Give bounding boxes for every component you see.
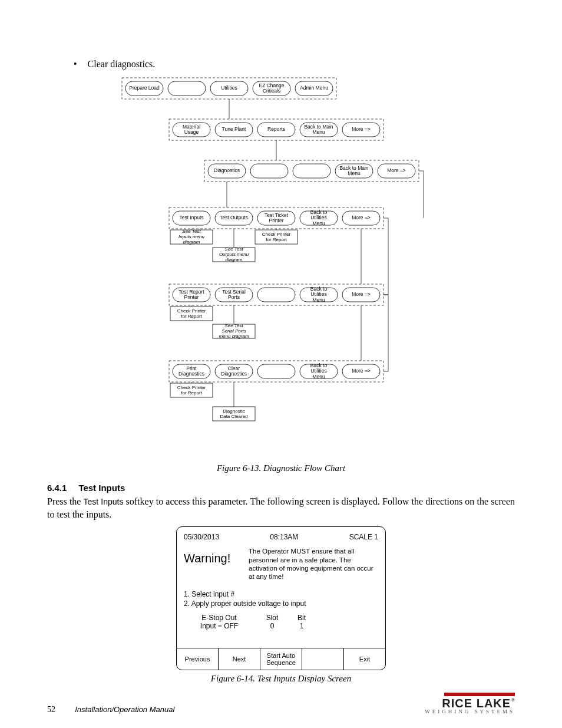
warning-label: Warning! (184, 545, 249, 581)
svg-text:Check Printer: Check Printer (262, 232, 291, 237)
svg-text:diagram: diagram (183, 239, 200, 245)
step-2: 2. Apply proper outside voltage to input (184, 599, 378, 609)
svg-text:Back to: Back to (310, 363, 328, 368)
svg-text:See Test: See Test (224, 323, 243, 328)
svg-text:Usage: Usage (184, 129, 199, 135)
input-state: Input = OFF (184, 622, 254, 630)
bit-value: 1 (290, 622, 313, 630)
section-body: Press the Test Inputs softkey to access … (47, 495, 515, 521)
svg-text:More =>: More => (352, 291, 371, 297)
figure-6-13-caption: Figure 6-13. Diagnostic Flow Chart (47, 463, 515, 473)
display-scale: SCALE 1 (349, 533, 378, 541)
svg-text:Printer: Printer (269, 218, 283, 223)
svg-text:Menu: Menu (348, 170, 361, 176)
display-time: 08:13AM (270, 533, 298, 541)
svg-text:menu diagram: menu diagram (219, 334, 249, 339)
section-heading-6-4-1: 6.4.1Test Inputs (47, 483, 515, 493)
svg-text:Material: Material (183, 124, 200, 130)
slot-value: 0 (254, 622, 290, 630)
display-date: 05/30/2013 (184, 533, 219, 541)
svg-text:Tune Plant: Tune Plant (222, 126, 246, 132)
softkey-row: Previous Next Start Auto Sequence Exit (177, 648, 385, 670)
page-number: 52 (47, 705, 55, 714)
svg-text:Diagnostics: Diagnostics (178, 371, 204, 377)
rice-lake-logo: RICE LAKE® WEIGHING SYSTEMS (425, 693, 515, 714)
svg-text:Utilities: Utilities (310, 215, 326, 220)
svg-text:Utilities: Utilities (221, 85, 237, 91)
svg-text:Criticals: Criticals (263, 88, 280, 94)
svg-text:Menu: Menu (312, 374, 325, 380)
svg-text:More =>: More => (352, 368, 371, 374)
svg-text:Outputs menu: Outputs menu (219, 252, 249, 257)
estop-label: E-Stop Out (184, 614, 254, 622)
svg-text:Test Report: Test Report (178, 289, 204, 295)
softkey-next[interactable]: Next (219, 648, 260, 670)
svg-text:for Report: for Report (181, 390, 202, 396)
svg-text:See Test: See Test (182, 229, 201, 234)
softkey-start-auto[interactable]: Start Auto Sequence (260, 648, 302, 670)
softkey-blank[interactable] (302, 648, 344, 670)
svg-text:Back to Main: Back to Main (304, 124, 333, 130)
svg-text:Menu: Menu (312, 297, 325, 303)
svg-text:Menu: Menu (312, 220, 325, 226)
figure-6-14-caption: Figure 6-14. Test Inputs Display Screen (47, 674, 515, 684)
svg-text:Utilities: Utilities (310, 291, 326, 297)
softkey-previous[interactable]: Previous (177, 648, 219, 670)
svg-text:Print: Print (186, 365, 197, 371)
svg-text:More =>: More => (352, 215, 371, 220)
svg-rect-28 (293, 164, 330, 178)
diagnostic-flow-chart: Prepare LoadUtilitiesEZ ChangeCriticalsA… (97, 77, 427, 460)
svg-text:Back to Main: Back to Main (339, 165, 368, 171)
manual-title: Installation/Operation Manual (75, 705, 174, 714)
svg-text:Test Outputs: Test Outputs (220, 215, 248, 220)
softkey-exit[interactable]: Exit (344, 648, 385, 670)
svg-text:diagram: diagram (226, 257, 243, 262)
svg-rect-69 (257, 288, 295, 302)
svg-text:Utilities: Utilities (310, 368, 326, 374)
warning-text: The Operator MUST ensure that all person… (249, 545, 378, 581)
slot-header: Slot (254, 614, 290, 622)
footer-left: 52 Installation/Operation Manual (47, 705, 174, 714)
svg-text:See Test: See Test (224, 246, 243, 252)
svg-text:Diagnostics: Diagnostics (221, 371, 247, 377)
bit-header: Bit (290, 614, 313, 622)
svg-text:Serial Ports: Serial Ports (222, 328, 246, 334)
svg-text:Clear: Clear (228, 365, 240, 371)
svg-text:More =>: More => (352, 126, 371, 132)
svg-text:Check Printer: Check Printer (177, 308, 206, 314)
svg-text:Reports: Reports (267, 126, 285, 132)
svg-rect-92 (257, 364, 295, 378)
bullet-clear-diagnostics: •Clear diagnostics. (74, 59, 515, 70)
svg-text:Check Printer: Check Printer (177, 385, 206, 390)
svg-text:Test Serial: Test Serial (222, 289, 246, 295)
svg-text:More =>: More => (387, 167, 406, 173)
svg-text:for Report: for Report (181, 314, 202, 319)
step-1: 1. Select input # (184, 589, 378, 599)
test-inputs-display-screen: 05/30/2013 08:13AM SCALE 1 Warning! The … (176, 526, 386, 670)
svg-text:Printer: Printer (184, 294, 199, 300)
svg-text:Diagnostic: Diagnostic (223, 409, 244, 414)
svg-text:Data Cleared: Data Cleared (220, 414, 247, 419)
svg-rect-3 (168, 81, 206, 95)
svg-text:Menu: Menu (312, 129, 325, 135)
svg-text:Prepare Load: Prepare Load (129, 85, 160, 91)
svg-text:Admin Menu: Admin Menu (300, 85, 328, 91)
svg-text:Back to: Back to (310, 286, 328, 292)
svg-text:Diagnostics: Diagnostics (214, 167, 240, 173)
svg-text:Test Ticket: Test Ticket (265, 212, 289, 218)
svg-text:Inputs menu: Inputs menu (178, 234, 205, 239)
svg-text:for Report: for Report (266, 237, 287, 242)
svg-text:EZ Change: EZ Change (259, 83, 285, 88)
svg-text:Ports: Ports (228, 294, 240, 300)
svg-rect-27 (250, 164, 288, 178)
svg-text:Test Inputs: Test Inputs (179, 215, 203, 220)
svg-text:Back to: Back to (310, 209, 328, 215)
